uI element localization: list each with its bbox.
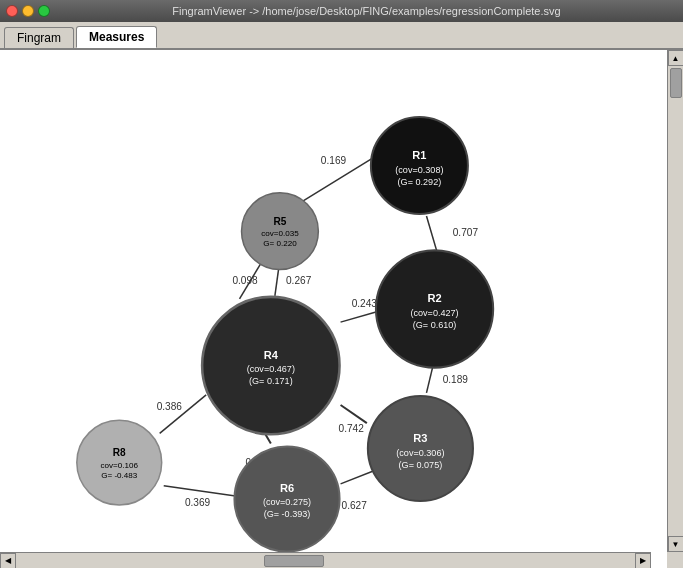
svg-text:(G= 0.171): (G= 0.171) [249, 376, 293, 386]
scroll-right-button[interactable]: ▶ [635, 553, 651, 569]
svg-text:0.707: 0.707 [453, 227, 479, 238]
svg-text:R1: R1 [412, 149, 426, 161]
tab-measures[interactable]: Measures [76, 26, 157, 48]
svg-text:(cov=0.467): (cov=0.467) [247, 364, 295, 374]
svg-text:0.169: 0.169 [321, 155, 347, 166]
svg-text:R8: R8 [113, 447, 126, 458]
svg-text:0.742: 0.742 [339, 423, 365, 434]
svg-text:0.098: 0.098 [232, 275, 258, 286]
svg-text:R4: R4 [264, 349, 279, 361]
svg-text:0.267: 0.267 [286, 275, 312, 286]
svg-text:R3: R3 [413, 432, 427, 444]
svg-text:0.243: 0.243 [352, 298, 378, 309]
main-area: 0.169 0.707 0.267 0.098 0.243 0.189 0. [0, 50, 683, 568]
svg-text:G= -0.483: G= -0.483 [101, 471, 138, 480]
scrollbar-corner [667, 552, 683, 568]
scroll-thumb-vertical[interactable] [670, 68, 682, 98]
svg-text:(cov=0.427): (cov=0.427) [410, 308, 458, 318]
minimize-button[interactable] [22, 5, 34, 17]
scroll-up-button[interactable]: ▲ [668, 50, 684, 66]
svg-text:R6: R6 [280, 482, 294, 494]
horizontal-scrollbar[interactable]: ◀ ▶ [0, 552, 651, 568]
svg-text:(G= 0.292): (G= 0.292) [398, 177, 442, 187]
svg-text:cov=0.106: cov=0.106 [100, 461, 138, 470]
scroll-track-vertical[interactable] [669, 66, 683, 568]
scroll-left-button[interactable]: ◀ [0, 553, 16, 569]
title-bar: FingramViewer -> /home/jose/Desktop/FING… [0, 0, 683, 22]
svg-text:0.386: 0.386 [157, 401, 183, 412]
svg-text:(G= 0.075): (G= 0.075) [399, 460, 443, 470]
window-controls [6, 5, 50, 17]
svg-text:(G= -0.393): (G= -0.393) [264, 509, 311, 519]
svg-text:(cov=0.308): (cov=0.308) [395, 165, 443, 175]
svg-text:R5: R5 [273, 216, 286, 227]
scroll-thumb-horizontal[interactable] [264, 555, 324, 567]
fingram-svg: 0.169 0.707 0.267 0.098 0.243 0.189 0. [0, 50, 667, 568]
window-title: FingramViewer -> /home/jose/Desktop/FING… [56, 5, 677, 17]
svg-text:0.369: 0.369 [185, 497, 211, 508]
svg-text:(cov=0.275): (cov=0.275) [263, 497, 311, 507]
svg-text:(G= 0.610): (G= 0.610) [413, 320, 457, 330]
vertical-scrollbar[interactable]: ▲ ▼ [667, 50, 683, 568]
scroll-down-button[interactable]: ▼ [668, 536, 684, 552]
maximize-button[interactable] [38, 5, 50, 17]
svg-text:cov=0.035: cov=0.035 [261, 229, 299, 238]
svg-text:0.189: 0.189 [443, 374, 469, 385]
scroll-track-horizontal[interactable] [16, 554, 635, 568]
tab-fingram[interactable]: Fingram [4, 27, 74, 48]
svg-text:R2: R2 [427, 292, 441, 304]
tab-bar: Fingram Measures [0, 22, 683, 50]
canvas-area: 0.169 0.707 0.267 0.098 0.243 0.189 0. [0, 50, 667, 568]
svg-text:G= 0.220: G= 0.220 [263, 239, 297, 248]
svg-text:0.627: 0.627 [342, 500, 368, 511]
close-button[interactable] [6, 5, 18, 17]
svg-text:(cov=0.306): (cov=0.306) [396, 448, 444, 458]
